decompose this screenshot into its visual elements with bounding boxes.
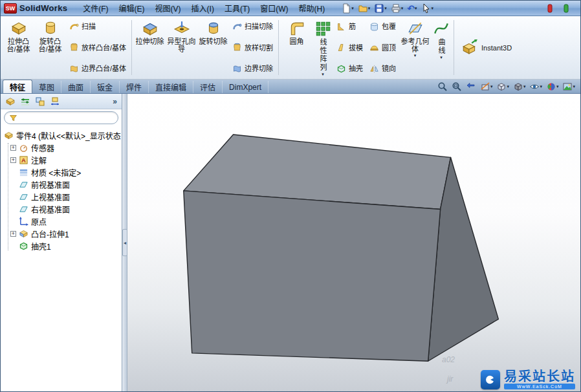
menu-edit[interactable]: 编辑(E)	[114, 3, 150, 14]
button-label: 拔模	[349, 44, 363, 52]
menu-view[interactable]: 视图(V)	[150, 3, 186, 14]
view-orientation-button[interactable]	[495, 80, 510, 93]
origin-icon	[19, 217, 28, 226]
new-document-button[interactable]	[339, 2, 356, 15]
swept-cut-button[interactable]: 扫描切除	[229, 19, 276, 34]
section-view-button[interactable]	[479, 80, 494, 93]
lofted-cut-button[interactable]: 放样切割	[229, 41, 276, 55]
tree-item-origin[interactable]: 原点	[4, 215, 122, 228]
select-button[interactable]	[419, 2, 436, 15]
boundary-cut-button[interactable]: 边界切除	[229, 61, 276, 76]
tab-weldments[interactable]: 焊件	[120, 81, 149, 93]
revolved-cut-button[interactable]: 旋转切除	[197, 17, 229, 78]
reference-geometry-button[interactable]: 参考几何体	[399, 17, 431, 78]
tab-surfaces[interactable]: 曲面	[61, 81, 91, 93]
display-style-button[interactable]	[512, 80, 527, 93]
tab-sketch[interactable]: 草图	[32, 81, 61, 93]
wrap-icon	[369, 22, 379, 32]
tree-item-part-root[interactable]: 零件4 (默认<<默认>_显示状态	[4, 129, 122, 142]
tree-item-sensors[interactable]: 传感器	[4, 142, 122, 154]
sensors-icon	[19, 143, 28, 153]
button-label: 圆顶	[382, 44, 396, 52]
menu-window[interactable]: 窗口(W)	[255, 3, 293, 14]
panel-splitter[interactable]	[122, 94, 127, 391]
extruded-boss-button[interactable]: 拉伸凸台/基体	[3, 17, 34, 78]
tree-filter-input[interactable]	[21, 114, 113, 122]
box-front-face[interactable]	[184, 191, 441, 361]
command-ribbon: 拉伸凸台/基体 旋转凸台/基体 扫描 放样凸台/基体 边界凸台/基体 拉伸切除	[1, 16, 580, 80]
expand-plus-icon[interactable]	[10, 231, 16, 237]
menu-insert[interactable]: 插入(I)	[186, 3, 219, 14]
fillet-button[interactable]: 圆角	[281, 17, 312, 78]
main-area: 零件4 (默认<<默认>_显示状态 传感器 A 注解 材质 <未指定>	[1, 94, 580, 391]
tree-item-shell1[interactable]: 抽壳1	[4, 240, 122, 252]
apply-scene-button[interactable]	[561, 80, 576, 93]
open-icon	[358, 3, 368, 14]
menu-file[interactable]: 文件(F)	[78, 3, 113, 14]
dimxpertmanager-tab-icon[interactable]	[50, 96, 60, 107]
tree-item-material[interactable]: 材质 <未指定>	[4, 166, 122, 179]
expand-plus-icon[interactable]	[10, 157, 16, 163]
instant3d-button[interactable]: Instant3D	[456, 17, 517, 78]
undo-button[interactable]	[405, 2, 419, 15]
hide-show-items-button[interactable]	[528, 80, 543, 93]
menu-help[interactable]: 帮助(H)	[294, 3, 331, 14]
draft-button[interactable]: 拔模	[333, 41, 366, 55]
tab-features[interactable]: 特征	[3, 80, 32, 93]
tree-item-annotations[interactable]: A 注解	[4, 154, 122, 166]
mirror-button[interactable]: 镜向	[366, 61, 399, 76]
tree-filter-box[interactable]	[4, 111, 118, 124]
wrap-button[interactable]: 包覆	[366, 19, 399, 34]
boundary-boss-button[interactable]: 边界凸台/基体	[66, 61, 129, 76]
tab-sheet-metal[interactable]: 钣金	[91, 81, 120, 93]
edit-appearance-button[interactable]	[545, 80, 560, 93]
rib-button[interactable]: 筋	[333, 19, 366, 34]
button-label: 抽壳	[349, 65, 363, 72]
propertymanager-tab-icon[interactable]	[20, 96, 30, 107]
panel-collapse-button[interactable]	[122, 229, 127, 256]
swept-boss-button[interactable]: 扫描	[66, 19, 129, 34]
open-button[interactable]	[356, 2, 373, 15]
tab-direct-editing[interactable]: 直接编辑	[149, 81, 193, 93]
wrap-small-group: 包覆 圆顶 镜向	[366, 17, 399, 78]
curves-button[interactable]: 曲线	[431, 17, 452, 78]
tree-item-front-plane[interactable]: 前视基准面	[4, 179, 122, 191]
extruded-cut-button[interactable]: 拉伸切除	[134, 17, 166, 78]
panel-overflow-chevron[interactable]	[113, 97, 117, 106]
previous-view-button[interactable]	[465, 80, 477, 93]
linear-pattern-button[interactable]: 线性阵列	[312, 17, 333, 78]
chevron-down-icon	[401, 6, 404, 10]
new-document-icon	[341, 3, 351, 14]
rebuild-stop-button[interactable]	[543, 2, 557, 15]
tree-item-right-plane[interactable]: 右视基准面	[4, 203, 122, 215]
tab-evaluate[interactable]: 评估	[193, 81, 223, 93]
tree-item-label: 材质 <未指定>	[31, 167, 81, 178]
model-box[interactable]	[127, 94, 580, 391]
tab-dimxpert[interactable]: DimXpert	[223, 81, 269, 93]
hole-wizard-button[interactable]: 异型孔向导	[166, 17, 197, 78]
lofted-boss-button[interactable]: 放样凸台/基体	[66, 41, 129, 55]
print-button[interactable]	[389, 2, 406, 15]
tree-item-boss-extrude1[interactable]: 凸台-拉伸1	[4, 228, 122, 240]
configurationmanager-tab-icon[interactable]	[35, 96, 45, 107]
rebuild-go-button[interactable]	[559, 2, 573, 15]
zoom-area-button[interactable]	[450, 80, 463, 93]
print-icon	[391, 3, 401, 14]
shell-button[interactable]: 抽壳	[333, 61, 366, 76]
button-label: 扫描	[82, 23, 96, 30]
featuremanager-tab-icon[interactable]	[5, 96, 16, 107]
revolved-boss-button[interactable]: 旋转凸台/基体	[34, 17, 66, 78]
ribbon-separator	[278, 20, 279, 75]
save-button[interactable]	[372, 2, 389, 15]
expand-plus-icon[interactable]	[10, 145, 16, 151]
undo-icon	[407, 4, 415, 13]
material-icon	[19, 168, 28, 177]
dome-button[interactable]: 圆顶	[366, 41, 399, 55]
select-arrow-icon	[421, 3, 432, 14]
swept-cut-icon	[232, 22, 242, 32]
button-label: 边界切除	[245, 65, 273, 72]
zoom-fit-button[interactable]	[436, 80, 449, 93]
tree-item-top-plane[interactable]: 上视基准面	[4, 191, 122, 203]
graphics-viewport[interactable]: a02 jir 易采站长站 WwW.EaSck.CoM	[127, 94, 580, 391]
menu-tools[interactable]: 工具(T)	[219, 3, 255, 14]
